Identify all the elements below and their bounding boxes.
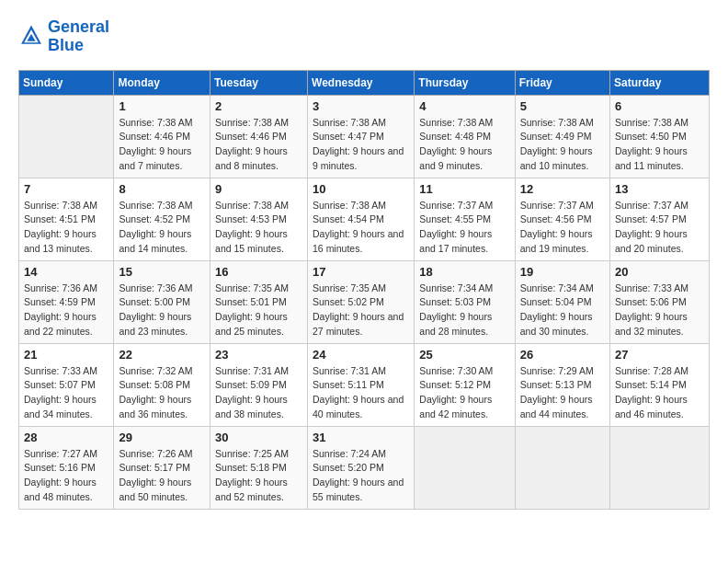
day-cell: 22Sunrise: 7:32 AMSunset: 5:08 PMDayligh… (114, 343, 210, 426)
day-cell: 19Sunrise: 7:34 AMSunset: 5:04 PMDayligh… (515, 260, 609, 343)
day-cell: 12Sunrise: 7:37 AMSunset: 4:56 PMDayligh… (515, 178, 609, 260)
page-header: General Blue (18, 18, 710, 55)
day-number: 2 (215, 99, 302, 113)
day-info: Sunrise: 7:31 AMSunset: 5:11 PMDaylight:… (313, 364, 409, 422)
day-cell: 31Sunrise: 7:24 AMSunset: 5:20 PMDayligh… (308, 426, 415, 509)
day-info: Sunrise: 7:38 AMSunset: 4:51 PMDaylight:… (24, 199, 108, 257)
column-header-wednesday: Wednesday (308, 70, 415, 95)
day-number: 1 (119, 99, 205, 113)
day-info: Sunrise: 7:38 AMSunset: 4:46 PMDaylight:… (215, 116, 302, 174)
day-cell: 2Sunrise: 7:38 AMSunset: 4:46 PMDaylight… (210, 95, 308, 178)
day-number: 19 (520, 265, 605, 279)
column-header-thursday: Thursday (415, 70, 515, 95)
day-number: 11 (419, 182, 509, 196)
column-header-tuesday: Tuesday (210, 70, 308, 95)
day-info: Sunrise: 7:27 AMSunset: 5:16 PMDaylight:… (24, 447, 108, 505)
day-info: Sunrise: 7:38 AMSunset: 4:54 PMDaylight:… (313, 199, 409, 257)
day-info: Sunrise: 7:38 AMSunset: 4:50 PMDaylight:… (615, 116, 704, 174)
week-row-4: 21Sunrise: 7:33 AMSunset: 5:07 PMDayligh… (19, 343, 710, 426)
day-number: 17 (313, 265, 409, 279)
day-info: Sunrise: 7:38 AMSunset: 4:46 PMDaylight:… (119, 116, 205, 174)
day-cell: 17Sunrise: 7:35 AMSunset: 5:02 PMDayligh… (308, 260, 415, 343)
day-cell: 16Sunrise: 7:35 AMSunset: 5:01 PMDayligh… (210, 260, 308, 343)
day-info: Sunrise: 7:29 AMSunset: 5:13 PMDaylight:… (520, 364, 605, 422)
day-cell: 24Sunrise: 7:31 AMSunset: 5:11 PMDayligh… (308, 343, 415, 426)
day-info: Sunrise: 7:35 AMSunset: 5:02 PMDaylight:… (313, 282, 409, 339)
day-number: 22 (119, 348, 205, 362)
day-number: 25 (419, 348, 509, 362)
day-number: 15 (119, 265, 205, 279)
day-cell: 14Sunrise: 7:36 AMSunset: 4:59 PMDayligh… (19, 260, 114, 343)
day-info: Sunrise: 7:37 AMSunset: 4:55 PMDaylight:… (419, 199, 509, 257)
day-number: 21 (24, 348, 108, 362)
day-cell: 30Sunrise: 7:25 AMSunset: 5:18 PMDayligh… (210, 426, 308, 509)
week-row-1: 1Sunrise: 7:38 AMSunset: 4:46 PMDaylight… (19, 95, 710, 178)
day-cell: 28Sunrise: 7:27 AMSunset: 5:16 PMDayligh… (19, 426, 114, 509)
day-info: Sunrise: 7:24 AMSunset: 5:20 PMDaylight:… (313, 447, 409, 505)
day-info: Sunrise: 7:25 AMSunset: 5:18 PMDaylight:… (215, 447, 302, 505)
day-cell: 11Sunrise: 7:37 AMSunset: 4:55 PMDayligh… (415, 178, 515, 260)
column-header-friday: Friday (515, 70, 609, 95)
day-cell: 15Sunrise: 7:36 AMSunset: 5:00 PMDayligh… (114, 260, 210, 343)
day-cell (515, 426, 609, 509)
week-row-2: 7Sunrise: 7:38 AMSunset: 4:51 PMDaylight… (19, 178, 710, 260)
day-info: Sunrise: 7:38 AMSunset: 4:52 PMDaylight:… (119, 199, 205, 257)
logo-icon (18, 24, 44, 50)
calendar-table: SundayMondayTuesdayWednesdayThursdayFrid… (18, 70, 710, 510)
day-number: 9 (215, 182, 302, 196)
day-info: Sunrise: 7:34 AMSunset: 5:04 PMDaylight:… (520, 282, 605, 339)
day-info: Sunrise: 7:36 AMSunset: 4:59 PMDaylight:… (24, 282, 108, 339)
day-cell: 1Sunrise: 7:38 AMSunset: 4:46 PMDaylight… (114, 95, 210, 178)
day-info: Sunrise: 7:30 AMSunset: 5:12 PMDaylight:… (419, 364, 509, 422)
day-cell: 4Sunrise: 7:38 AMSunset: 4:48 PMDaylight… (415, 95, 515, 178)
week-row-3: 14Sunrise: 7:36 AMSunset: 4:59 PMDayligh… (19, 260, 710, 343)
day-info: Sunrise: 7:31 AMSunset: 5:09 PMDaylight:… (215, 364, 302, 422)
day-number: 7 (24, 182, 108, 196)
day-number: 27 (615, 348, 704, 362)
day-info: Sunrise: 7:34 AMSunset: 5:03 PMDaylight:… (419, 282, 509, 339)
day-cell: 25Sunrise: 7:30 AMSunset: 5:12 PMDayligh… (415, 343, 515, 426)
day-cell: 18Sunrise: 7:34 AMSunset: 5:03 PMDayligh… (415, 260, 515, 343)
day-cell: 29Sunrise: 7:26 AMSunset: 5:17 PMDayligh… (114, 426, 210, 509)
day-info: Sunrise: 7:32 AMSunset: 5:08 PMDaylight:… (119, 364, 205, 422)
column-header-saturday: Saturday (610, 70, 710, 95)
day-info: Sunrise: 7:37 AMSunset: 4:56 PMDaylight:… (520, 199, 605, 257)
day-cell: 13Sunrise: 7:37 AMSunset: 4:57 PMDayligh… (610, 178, 710, 260)
day-cell: 20Sunrise: 7:33 AMSunset: 5:06 PMDayligh… (610, 260, 710, 343)
header-row: SundayMondayTuesdayWednesdayThursdayFrid… (19, 70, 710, 95)
day-cell: 5Sunrise: 7:38 AMSunset: 4:49 PMDaylight… (515, 95, 609, 178)
day-info: Sunrise: 7:28 AMSunset: 5:14 PMDaylight:… (615, 364, 704, 422)
day-number: 3 (313, 99, 409, 113)
day-number: 4 (419, 99, 509, 113)
day-cell: 6Sunrise: 7:38 AMSunset: 4:50 PMDaylight… (610, 95, 710, 178)
day-number: 24 (313, 348, 409, 362)
day-cell: 10Sunrise: 7:38 AMSunset: 4:54 PMDayligh… (308, 178, 415, 260)
day-number: 30 (215, 431, 302, 444)
day-number: 18 (419, 265, 509, 279)
day-cell: 27Sunrise: 7:28 AMSunset: 5:14 PMDayligh… (610, 343, 710, 426)
day-cell (610, 426, 710, 509)
day-number: 12 (520, 182, 605, 196)
column-header-sunday: Sunday (19, 70, 114, 95)
day-number: 31 (313, 431, 409, 444)
day-number: 5 (520, 99, 605, 113)
day-info: Sunrise: 7:38 AMSunset: 4:47 PMDaylight:… (313, 116, 409, 174)
day-cell: 9Sunrise: 7:38 AMSunset: 4:53 PMDaylight… (210, 178, 308, 260)
day-number: 28 (24, 431, 108, 444)
week-row-5: 28Sunrise: 7:27 AMSunset: 5:16 PMDayligh… (19, 426, 710, 509)
day-number: 29 (119, 431, 205, 444)
logo-text: General Blue (48, 18, 109, 55)
day-cell: 23Sunrise: 7:31 AMSunset: 5:09 PMDayligh… (210, 343, 308, 426)
day-number: 20 (615, 265, 704, 279)
day-info: Sunrise: 7:35 AMSunset: 5:01 PMDaylight:… (215, 282, 302, 339)
day-cell: 3Sunrise: 7:38 AMSunset: 4:47 PMDaylight… (308, 95, 415, 178)
day-cell: 8Sunrise: 7:38 AMSunset: 4:52 PMDaylight… (114, 178, 210, 260)
column-header-monday: Monday (114, 70, 210, 95)
day-cell (415, 426, 515, 509)
day-number: 14 (24, 265, 108, 279)
day-number: 16 (215, 265, 302, 279)
day-cell: 26Sunrise: 7:29 AMSunset: 5:13 PMDayligh… (515, 343, 609, 426)
day-info: Sunrise: 7:26 AMSunset: 5:17 PMDaylight:… (119, 447, 205, 505)
day-number: 23 (215, 348, 302, 362)
day-number: 8 (119, 182, 205, 196)
